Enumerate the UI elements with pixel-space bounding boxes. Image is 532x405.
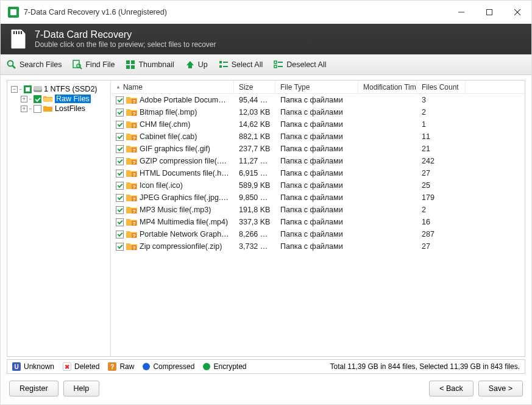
row-count: 2 [417, 206, 466, 214]
tree-item-lostfiles[interactable]: + LostFiles [10, 104, 108, 113]
tree-rawfiles-label: Raw Files [55, 95, 91, 103]
tree-root[interactable]: − 1 NTFS (SSD2) [10, 84, 108, 94]
legend-raw: ?Raw [108, 362, 134, 371]
col-size[interactable]: Size [234, 81, 275, 93]
row-checkbox[interactable] [116, 206, 124, 214]
col-count[interactable]: Files Count [417, 81, 466, 93]
row-checkbox[interactable] [116, 121, 124, 129]
toolbar: Search Files Find File Thumbnail Up Sele… [1, 54, 531, 75]
svg-rect-1 [487, 10, 492, 15]
row-count: 3 [417, 96, 466, 104]
thumbnail-button[interactable]: Thumbnail [126, 60, 174, 70]
find-file-button[interactable]: Find File [73, 60, 115, 70]
footer: Register Help < Back Save > [1, 378, 531, 404]
table-row[interactable]: ?HTML Documents file(.htm/.h...6,915 MBП… [111, 167, 525, 179]
header-text: 7-Data Card Recovery Double click on the… [35, 29, 216, 49]
up-button[interactable]: Up [185, 60, 208, 70]
expand-icon[interactable]: + [21, 106, 27, 112]
row-count: 287 [417, 230, 466, 238]
tree-checkbox[interactable] [34, 105, 41, 113]
svg-rect-15 [126, 65, 130, 69]
svg-text:?: ? [133, 172, 136, 177]
app-subtitle: Double click on the file to preview; sel… [35, 40, 216, 49]
save-button[interactable]: Save > [478, 381, 523, 396]
table-row[interactable]: ?Zip compressionfile(.zip)3,732 MBПапка … [111, 240, 525, 253]
window-controls [447, 2, 531, 22]
row-name: HTML Documents file(.htm/.h... [140, 169, 229, 177]
svg-text:?: ? [133, 245, 136, 251]
tree-checkbox[interactable] [34, 95, 41, 103]
tree-item-rawfiles[interactable]: + Raw Files [10, 94, 108, 104]
deselect-all-button[interactable]: Deselect All [274, 60, 326, 70]
row-size: 12,03 KB [234, 108, 275, 116]
select-all-icon [219, 60, 229, 70]
row-type: Папка с файлами [275, 169, 358, 177]
disk-icon [34, 86, 42, 92]
help-button[interactable]: Help [63, 381, 100, 396]
raw-icon: ? [108, 362, 116, 371]
svg-text:?: ? [133, 209, 136, 214]
list-header[interactable]: ▲Name Size File Type Modification Time F… [111, 81, 525, 94]
row-checkbox[interactable] [116, 231, 124, 238]
row-checkbox[interactable] [116, 243, 124, 251]
row-type: Папка с файлами [275, 96, 358, 104]
tree-checkbox[interactable] [24, 85, 32, 93]
svg-rect-14 [131, 60, 135, 64]
table-row[interactable]: ?CHM file(.chm)14,62 KBПапка с файлами1 [111, 118, 525, 131]
col-mtime[interactable]: Modification Time [358, 81, 417, 93]
list-body[interactable]: ?Adobe Portable Document(.p...95,44 MBПа… [111, 94, 525, 356]
table-row[interactable]: ?GIF graphics file(.gif)237,7 KBПапка с … [111, 143, 525, 155]
row-checkbox[interactable] [116, 194, 124, 202]
sort-asc-icon: ▲ [116, 84, 121, 90]
row-size: 3,732 MB [234, 242, 275, 251]
register-button[interactable]: Register [9, 381, 59, 396]
table-row[interactable]: ?Icon file(.ico)589,9 KBПапка с файлами2… [111, 179, 525, 192]
row-checkbox[interactable] [116, 170, 124, 177]
expand-icon[interactable]: + [21, 96, 27, 102]
table-row[interactable]: ?MP4 Multimedia file(.mp4)337,3 KBПапка … [111, 216, 525, 228]
table-row[interactable]: ?JPEG Graphics file(.jpg.jpeg)9,850 MBПа… [111, 192, 525, 204]
row-checkbox[interactable] [116, 218, 124, 226]
row-checkbox[interactable] [116, 182, 124, 190]
row-checkbox[interactable] [116, 133, 124, 141]
maximize-button[interactable] [475, 2, 503, 22]
search-files-button[interactable]: Search Files [7, 60, 62, 70]
row-size: 191,8 KB [234, 206, 275, 214]
folder-tree[interactable]: − 1 NTFS (SSD2) + Raw Files + LostFiles [7, 81, 111, 356]
table-row[interactable]: ?Bitmap file(.bmp)12,03 KBПапка с файлам… [111, 106, 525, 118]
raw-folder-icon: ? [126, 96, 137, 104]
search-icon [7, 60, 16, 70]
col-filetype[interactable]: File Type [275, 81, 358, 93]
svg-text:?: ? [133, 135, 136, 141]
raw-folder-icon: ? [126, 108, 137, 116]
table-row[interactable]: ?Cabinet file(.cab)882,1 KBПапка с файла… [111, 131, 525, 143]
table-row[interactable]: ?GZIP compression file(.gz)11,27 GBПапка… [111, 155, 525, 167]
app-window: 7-Data Card Recovery v1.6 (Unregistered)… [0, 0, 532, 405]
thumbnail-icon [126, 60, 135, 70]
row-checkbox[interactable] [116, 145, 124, 153]
table-row[interactable]: ?Portable Network Graphic file...8,266 M… [111, 228, 525, 240]
collapse-icon[interactable]: − [11, 86, 18, 93]
row-name: GIF graphics file(.gif) [140, 145, 210, 153]
row-checkbox[interactable] [116, 96, 124, 104]
table-row[interactable]: ?MP3 Music file(.mp3)191,8 KBПапка с фай… [111, 204, 525, 216]
raw-folder-icon: ? [126, 218, 137, 226]
svg-text:?: ? [133, 148, 136, 153]
main-panel: − 1 NTFS (SSD2) + Raw Files + LostFiles [7, 80, 525, 357]
svg-text:?: ? [133, 233, 136, 238]
row-checkbox[interactable] [116, 157, 124, 165]
select-all-button[interactable]: Select All [219, 60, 263, 70]
col-name[interactable]: ▲Name [111, 81, 234, 93]
table-row[interactable]: ?Adobe Portable Document(.p...95,44 MBПа… [111, 94, 525, 106]
encrypted-icon [203, 363, 210, 370]
tree-root-label: 1 NTFS (SSD2) [44, 85, 98, 93]
row-name: Bitmap file(.bmp) [140, 108, 197, 116]
back-button[interactable]: < Back [429, 381, 473, 396]
close-button[interactable] [503, 2, 531, 22]
row-count: 27 [417, 169, 466, 177]
row-checkbox[interactable] [116, 109, 124, 116]
row-type: Папка с файлами [275, 120, 358, 129]
minimize-button[interactable] [447, 2, 475, 22]
row-count: 11 [417, 132, 466, 141]
sd-card-icon [9, 29, 27, 49]
